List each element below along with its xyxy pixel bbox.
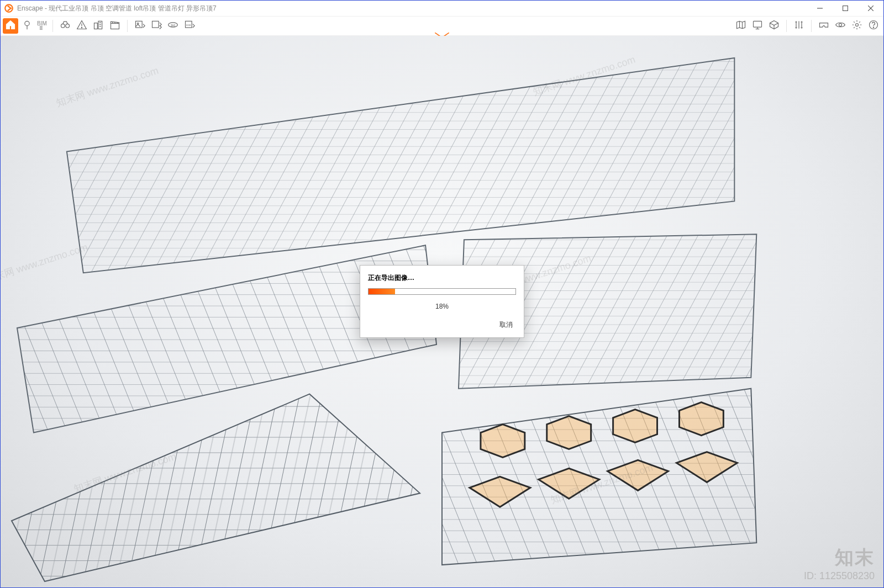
maximize-button[interactable] [833, 1, 858, 16]
corner-brand: 知末 [804, 545, 875, 570]
bim-sub-icon: ≣ [39, 27, 44, 31]
eye-icon [835, 19, 846, 33]
corner-id: ID: 1125508230 [804, 570, 875, 582]
svg-point-36 [873, 27, 874, 28]
asset-library-button[interactable] [750, 18, 765, 34]
marker-button[interactable] [74, 18, 90, 34]
svg-rect-11 [94, 23, 97, 29]
toolbar-separator [811, 20, 812, 32]
toolbar-separator [127, 20, 128, 32]
svg-marker-57 [547, 416, 591, 449]
binoculars-button[interactable] [57, 18, 73, 34]
svg-rect-2 [843, 6, 848, 11]
home-icon [5, 19, 16, 33]
title-bar: Enscape - 现代工业吊顶 吊顶 空调管道 loft吊顶 管道吊灯 异形吊… [1, 1, 883, 16]
vr-headset-icon [818, 19, 829, 33]
panorama-360-button[interactable]: 360 [165, 18, 181, 34]
export-batch-icon [151, 19, 162, 33]
app-window: Enscape - 现代工业吊顶 吊顶 空调管道 loft吊顶 管道吊灯 异形吊… [0, 0, 884, 588]
app-logo-icon [4, 3, 14, 13]
minimize-button[interactable] [807, 1, 833, 16]
video-button[interactable] [107, 18, 123, 34]
svg-point-33 [839, 24, 842, 27]
progress-fill [369, 289, 395, 294]
pin-button[interactable] [19, 18, 35, 34]
progress-percent-label: 18% [368, 303, 516, 310]
cube-button[interactable] [766, 18, 782, 34]
svg-marker-59 [679, 402, 723, 436]
svg-point-10 [81, 27, 82, 28]
binoculars-icon [60, 19, 71, 33]
map-button[interactable] [733, 18, 749, 34]
svg-rect-22 [152, 21, 159, 28]
dialog-title: 正在导出图像… [368, 273, 516, 283]
svg-rect-29 [754, 21, 762, 27]
triangle-warning-icon [76, 19, 87, 33]
svg-rect-16 [110, 24, 119, 29]
monitor-icon [752, 19, 763, 33]
buildings-icon [93, 19, 104, 33]
bim-button[interactable]: BIM ≣ [37, 21, 47, 31]
toolbar-separator [786, 20, 787, 32]
cancel-button[interactable]: 取消 [496, 318, 516, 332]
exe-export-button[interactable]: EXE [182, 18, 197, 34]
svg-marker-58 [613, 410, 657, 443]
svg-point-5 [25, 21, 29, 25]
columns-icon [793, 19, 804, 33]
vr-button[interactable] [816, 18, 832, 34]
pin-icon [22, 19, 33, 33]
settings-button[interactable] [849, 18, 865, 34]
panorama-360-icon: 360 [167, 19, 178, 33]
svg-rect-20 [135, 21, 142, 28]
svg-marker-56 [481, 425, 525, 458]
export-batch-button[interactable] [149, 18, 164, 34]
home-button[interactable] [3, 18, 18, 34]
collapse-toolbar-caret[interactable] [435, 30, 449, 36]
buildings-button[interactable] [91, 18, 106, 34]
toolbar-separator [52, 20, 53, 32]
svg-point-7 [61, 24, 65, 28]
corner-watermark: 知末 ID: 1125508230 [804, 545, 875, 582]
toolbar-left-group: BIM ≣ 360 [3, 18, 197, 34]
export-image-icon [134, 19, 145, 33]
window-controls [807, 1, 883, 16]
visibility-button[interactable] [833, 18, 848, 34]
progress-bar [368, 288, 516, 295]
viewport-3d[interactable]: 知末网 www.znzmo.com 知末网 www.znzmo.com 知末网 … [1, 36, 883, 587]
toolbar: BIM ≣ 360 [1, 16, 883, 36]
svg-point-34 [856, 24, 859, 27]
svg-point-8 [66, 24, 70, 28]
svg-text:360: 360 [171, 24, 176, 27]
export-image-button[interactable] [132, 18, 148, 34]
gear-icon [851, 19, 862, 33]
toolbar-right-group [733, 18, 881, 34]
exe-export-icon: EXE [184, 19, 195, 33]
svg-text:EXE: EXE [186, 24, 191, 27]
dialog-actions: 取消 [368, 318, 516, 332]
window-title: Enscape - 现代工业吊顶 吊顶 空调管道 loft吊顶 管道吊灯 异形吊… [17, 4, 217, 13]
close-button[interactable] [858, 1, 883, 16]
clapper-icon [109, 19, 120, 33]
map-icon [735, 19, 746, 33]
cube-icon [769, 19, 780, 33]
export-progress-dialog: 正在导出图像… 18% 取消 [360, 265, 524, 338]
help-button[interactable] [866, 18, 881, 34]
split-view-button[interactable] [791, 18, 807, 34]
help-icon [868, 19, 879, 33]
